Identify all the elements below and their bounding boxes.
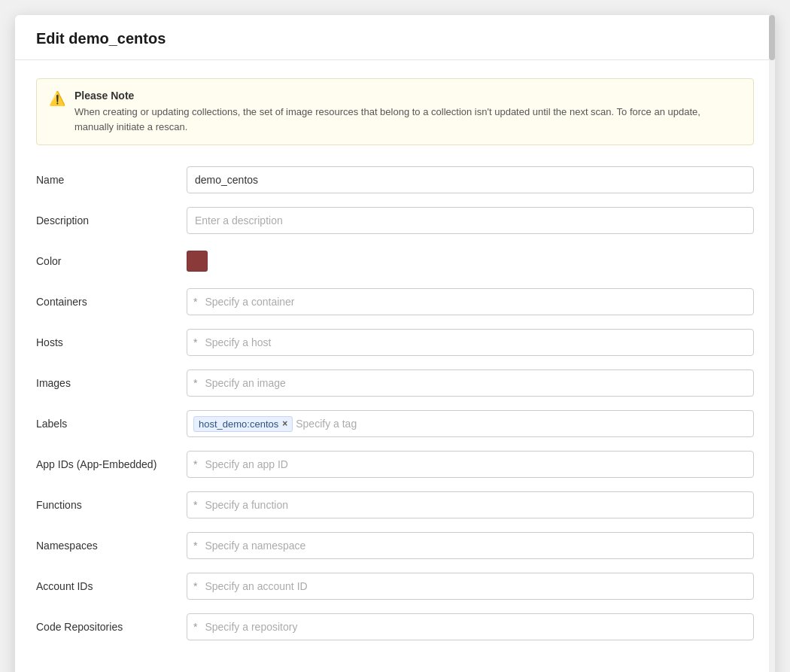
containers-asterisk: * [193,296,197,308]
code-repos-input[interactable]: * Specify a repository [187,613,754,640]
code-repos-asterisk: * [193,621,197,633]
description-row: Description [36,207,754,234]
images-placeholder: Specify an image [205,377,285,389]
namespaces-asterisk: * [193,540,197,552]
labels-input[interactable]: host_demo:centos × Specify a tag [187,410,754,437]
notice-title: Please Note [74,90,741,102]
images-label: Images [36,377,187,389]
containers-placeholder: Specify a container [205,296,294,308]
hosts-asterisk: * [193,336,197,348]
label-tag-text: host_demo:centos [199,418,278,430]
app-ids-asterisk: * [193,458,197,470]
name-label: Name [36,174,187,186]
account-ids-asterisk: * [193,580,197,592]
color-swatch[interactable] [187,251,208,272]
account-ids-placeholder: Specify an account ID [205,580,307,592]
images-asterisk: * [193,377,197,389]
warning-icon: ⚠️ [49,90,65,107]
code-repos-placeholder: Specify a repository [205,621,297,633]
app-ids-label: App IDs (App-Embedded) [36,458,187,470]
edit-modal: Edit demo_centos ⚠️ Please Note When cre… [15,15,775,672]
notice-text: When creating or updating collections, t… [74,105,741,134]
functions-row: Functions * Specify a function [36,491,754,518]
containers-input[interactable]: * Specify a container [187,288,754,315]
scrollbar-thumb[interactable] [769,15,775,60]
functions-placeholder: Specify a function [205,499,288,511]
hosts-label: Hosts [36,336,187,348]
hosts-row: Hosts * Specify a host [36,329,754,356]
name-input[interactable] [187,166,754,193]
color-label: Color [36,255,187,267]
name-row: Name [36,166,754,193]
containers-row: Containers * Specify a container [36,288,754,315]
label-tag: host_demo:centos × [193,416,293,432]
images-row: Images * Specify an image [36,369,754,397]
namespaces-row: Namespaces * Specify a namespace [36,532,754,559]
description-input[interactable] [187,207,754,234]
code-repos-label: Code Repositories [36,621,187,633]
hosts-placeholder: Specify a host [205,336,271,348]
labels-label: Labels [36,418,187,430]
images-input[interactable]: * Specify an image [187,369,754,397]
functions-asterisk: * [193,499,197,511]
functions-label: Functions [36,499,187,511]
app-ids-placeholder: Specify an app ID [205,458,288,470]
namespaces-label: Namespaces [36,540,187,552]
namespaces-input[interactable]: * Specify a namespace [187,532,754,559]
containers-label: Containers [36,296,187,308]
color-row: Color [36,248,754,275]
modal-header: Edit demo_centos [15,15,775,60]
code-repos-row: Code Repositories * Specify a repository [36,613,754,640]
account-ids-label: Account IDs [36,580,187,592]
namespaces-placeholder: Specify a namespace [205,540,305,552]
notice-box: ⚠️ Please Note When creating or updating… [36,78,754,145]
app-ids-input[interactable]: * Specify an app ID [187,451,754,478]
functions-input[interactable]: * Specify a function [187,491,754,518]
modal-body: ⚠️ Please Note When creating or updating… [15,60,775,672]
labels-row: Labels host_demo:centos × Specify a tag [36,410,754,437]
account-ids-input[interactable]: * Specify an account ID [187,573,754,600]
description-label: Description [36,214,187,227]
app-ids-row: App IDs (App-Embedded) * Specify an app … [36,451,754,478]
labels-placeholder: Specify a tag [296,418,357,430]
modal-title: Edit demo_centos [36,30,754,47]
scrollbar-track [769,15,775,672]
label-tag-remove[interactable]: × [282,418,287,429]
notice-content: Please Note When creating or updating co… [74,90,741,134]
hosts-input[interactable]: * Specify a host [187,329,754,356]
account-ids-row: Account IDs * Specify an account ID [36,573,754,600]
